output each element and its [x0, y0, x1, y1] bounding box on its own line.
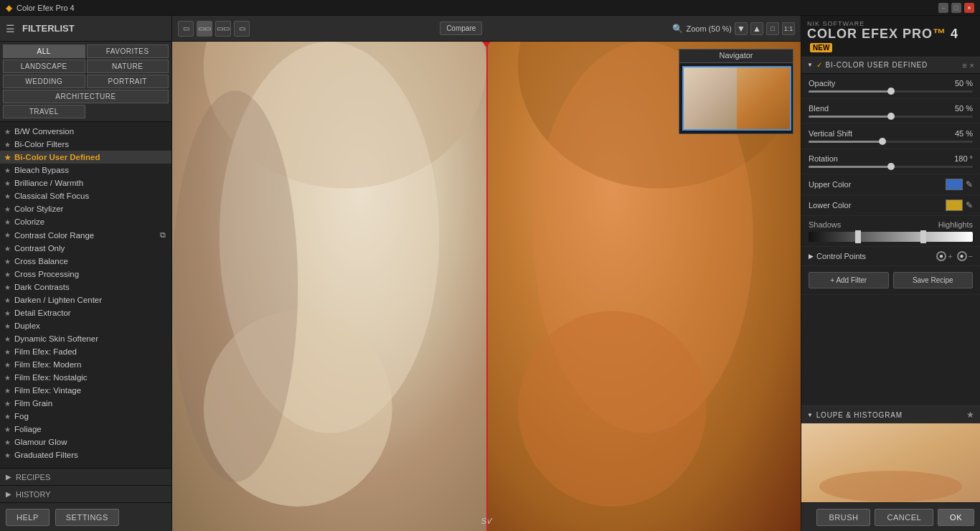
star-icon[interactable]: ★	[4, 128, 11, 136]
nav-viewport[interactable]	[682, 66, 791, 131]
filter-dark-contrasts[interactable]: ★Dark Contrasts	[0, 281, 171, 293]
star-icon[interactable]: ★	[4, 179, 11, 187]
filter-cross-processing[interactable]: ★Cross Processing	[0, 268, 171, 281]
help-button[interactable]: HELP	[6, 509, 50, 526]
filter-bicolor-user[interactable]: ★Bi-Color User Defined	[0, 151, 171, 164]
filter-bicolor[interactable]: ★Bi-Color Filters	[0, 138, 171, 151]
compare-button[interactable]: Compare	[440, 22, 482, 35]
filter-duplex[interactable]: ★Duplex	[0, 319, 171, 332]
filter-film-modern[interactable]: ★Film Efex: Modern	[0, 358, 171, 371]
filter-film-vintage[interactable]: ★Film Efex: Vintage	[0, 384, 171, 397]
rotation-thumb[interactable]	[887, 163, 895, 170]
star-icon[interactable]: ★	[4, 192, 11, 200]
loupe-header[interactable]: ▼ LOUPE & HISTOGRAM ★	[801, 405, 980, 423]
section-close-icon[interactable]: ×	[970, 61, 974, 70]
star-icon[interactable]: ★	[4, 271, 11, 278]
filter-film-grain[interactable]: ★Film Grain	[0, 397, 171, 410]
filter-detail[interactable]: ★Detail Extractor	[0, 306, 171, 319]
copy-icon[interactable]: ⧉	[160, 230, 166, 240]
star-icon[interactable]: ★	[4, 141, 11, 149]
star-icon[interactable]: ★	[4, 166, 11, 174]
star-icon[interactable]: ★	[4, 426, 11, 433]
remove-control-point-button[interactable]: ● −	[957, 251, 973, 261]
upper-color-edit-icon[interactable]: ✎	[966, 179, 973, 189]
star-icon[interactable]: ★	[4, 400, 11, 408]
tab-all[interactable]: ALL	[3, 44, 85, 58]
menu-icon[interactable]: ☰	[6, 23, 15, 34]
tab-favorites[interactable]: FAVORITES	[87, 44, 169, 58]
star-icon[interactable]: ★	[4, 451, 11, 459]
filter-graduated[interactable]: ★Graduated Filters	[0, 448, 171, 461]
close-button[interactable]: ×	[964, 3, 974, 13]
vertical-shift-thumb[interactable]	[879, 138, 886, 145]
recipes-section[interactable]: ▶ RECIPES	[0, 468, 171, 485]
dual-view-button[interactable]: ▭▭	[215, 21, 231, 37]
tab-portrait[interactable]: PORTRAIT	[87, 75, 169, 88]
minimize-button[interactable]: −	[938, 3, 948, 13]
save-recipe-button[interactable]: Save Recipe	[893, 272, 974, 288]
zoom-in-button[interactable]: ▲	[750, 22, 763, 35]
navigator[interactable]: Navigator	[679, 49, 793, 134]
add-control-point-button[interactable]: ● +	[936, 251, 952, 261]
star-icon[interactable]: ★	[4, 335, 11, 343]
filter-film-faded[interactable]: ★Film Efex: Faded	[0, 345, 171, 358]
lower-color-edit-icon[interactable]: ✎	[966, 200, 973, 210]
star-icon[interactable]: ★	[4, 154, 11, 161]
cancel-button[interactable]: CANCEL	[875, 509, 933, 526]
star-icon[interactable]: ★	[4, 322, 11, 330]
star-icon[interactable]: ★	[4, 218, 11, 226]
lower-color-swatch[interactable]	[946, 199, 963, 211]
star-icon[interactable]: ★	[4, 413, 11, 420]
star-icon[interactable]: ★	[4, 231, 11, 239]
star-icon[interactable]: ★	[4, 348, 11, 356]
checkbox-icon[interactable]: ✓	[816, 61, 823, 69]
tab-landscape[interactable]: LANDSCAPE	[3, 60, 85, 73]
upper-color-swatch[interactable]	[946, 179, 963, 190]
opacity-thumb[interactable]	[887, 88, 895, 95]
filter-colorize[interactable]: ★Colorize	[0, 215, 171, 228]
tab-wedding[interactable]: WEDDING	[3, 75, 85, 88]
filter-brilliance[interactable]: ★Brilliance / Warmth	[0, 177, 171, 189]
history-section[interactable]: ▶ HISTORY	[0, 485, 171, 502]
star-icon[interactable]: ★	[4, 309, 11, 317]
filter-contrast-only[interactable]: ★Contrast Only	[0, 242, 171, 255]
star-icon[interactable]: ★	[4, 438, 11, 446]
rotation-slider[interactable]	[809, 166, 973, 168]
filter-color-stylizer[interactable]: ★Color Stylizer	[0, 202, 171, 215]
star-icon[interactable]: ★	[4, 361, 11, 369]
tab-architecture[interactable]: ARCHITECTURE	[3, 90, 169, 103]
opacity-slider[interactable]	[809, 90, 973, 93]
ok-button[interactable]: OK	[938, 509, 974, 526]
star-icon[interactable]: ★	[4, 283, 11, 291]
filter-classical[interactable]: ★Classical Soft Focus	[0, 189, 171, 202]
loupe-star-icon[interactable]: ★	[966, 410, 974, 420]
blend-thumb[interactable]	[887, 113, 895, 120]
add-filter-button[interactable]: + Add Filter	[809, 272, 889, 288]
zoom-100-button[interactable]: 1:1	[782, 22, 795, 35]
vertical-shift-slider[interactable]	[809, 141, 973, 143]
tab-travel[interactable]: TRAVEL	[3, 105, 85, 118]
filter-dynamic-skin[interactable]: ★Dynamic Skin Softener	[0, 332, 171, 345]
bicolor-section-header[interactable]: ▼ ✓ BI-COLOR USER DEFINED ≡ ×	[801, 57, 980, 74]
filter-fog[interactable]: ★Fog	[0, 410, 171, 423]
highlights-thumb[interactable]	[920, 230, 926, 243]
section-menu-icon[interactable]: ≡	[962, 61, 966, 70]
star-icon[interactable]: ★	[4, 296, 11, 304]
zoom-out-button[interactable]: ▼	[735, 22, 748, 35]
brush-button[interactable]: BRUSH	[816, 509, 870, 526]
shadows-thumb[interactable]	[855, 230, 861, 243]
star-icon[interactable]: ★	[4, 258, 11, 266]
filter-film-nostalgic[interactable]: ★Film Efex: Nostalgic	[0, 371, 171, 384]
zoom-fit-button[interactable]: □	[766, 22, 779, 35]
filter-contrast-color[interactable]: ★Contrast Color Range ⧉	[0, 228, 171, 242]
star-icon[interactable]: ★	[4, 387, 11, 395]
filter-darken-lighten[interactable]: ★Darken / Lighten Center	[0, 293, 171, 306]
filter-cross-balance[interactable]: ★Cross Balance	[0, 255, 171, 268]
loupe-view-button[interactable]: ▭	[234, 21, 250, 37]
single-view-button[interactable]: ▭	[178, 21, 194, 37]
filter-glamour[interactable]: ★Glamour Glow	[0, 436, 171, 448]
star-icon[interactable]: ★	[4, 245, 11, 253]
filter-bw[interactable]: ★B/W Conversion	[0, 125, 171, 138]
star-icon[interactable]: ★	[4, 205, 11, 213]
shadows-highlights-slider[interactable]	[809, 232, 973, 242]
